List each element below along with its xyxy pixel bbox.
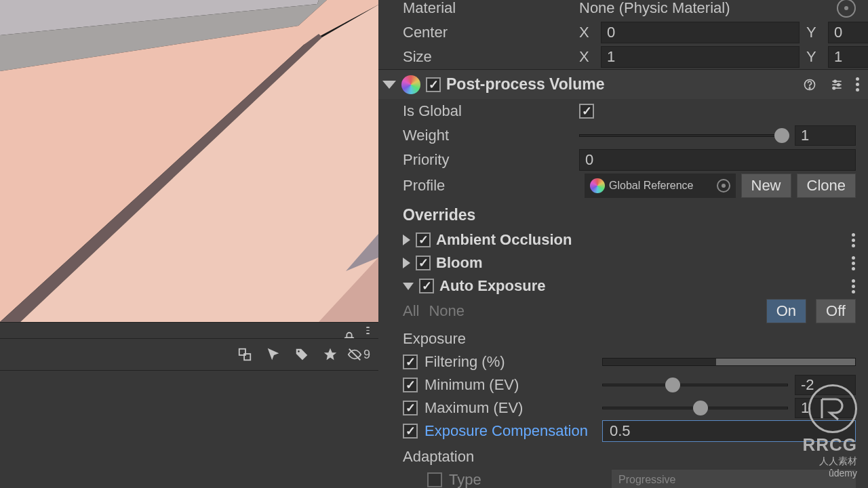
pick-tool-icon[interactable] bbox=[262, 343, 285, 366]
range-fill bbox=[716, 359, 855, 365]
lower-panel bbox=[0, 370, 378, 488]
maximum-slider[interactable] bbox=[602, 407, 788, 409]
profile-label: Profile bbox=[403, 177, 579, 195]
preset-icon[interactable] bbox=[829, 77, 845, 93]
exposure-compensation-row: Exposure Compensation bbox=[378, 420, 868, 443]
override-checkbox[interactable] bbox=[416, 232, 431, 247]
svg-point-17 bbox=[834, 80, 836, 82]
param-checkbox[interactable] bbox=[403, 378, 418, 392]
overrides-heading: Overrides bbox=[378, 199, 868, 228]
panel-header-bar bbox=[0, 322, 378, 338]
center-x-input[interactable] bbox=[601, 22, 800, 43]
adaptation-heading: Adaptation bbox=[378, 443, 868, 468]
none-button[interactable]: None bbox=[429, 302, 465, 320]
star-icon[interactable] bbox=[319, 343, 342, 366]
svg-point-19 bbox=[833, 87, 835, 89]
filtering-range-slider[interactable] bbox=[602, 358, 856, 366]
center-y-input[interactable] bbox=[828, 22, 868, 43]
postprocess-icon bbox=[401, 75, 420, 94]
on-button[interactable]: On bbox=[766, 299, 806, 323]
minimum-value[interactable]: -2 bbox=[795, 375, 856, 395]
is-global-row: Is Global bbox=[378, 99, 868, 123]
scene-panel: 9 bbox=[0, 0, 378, 488]
override-bloom: Bloom bbox=[378, 251, 868, 274]
help-icon[interactable] bbox=[802, 77, 818, 93]
foldout-toggle-icon[interactable] bbox=[382, 81, 396, 89]
override-ambient-occlusion: Ambient Occlusion bbox=[378, 228, 868, 251]
panel-menu-icon[interactable] bbox=[366, 327, 370, 334]
priority-row: Priority bbox=[378, 148, 868, 172]
all-none-row: All None On Off bbox=[378, 298, 868, 325]
minimum-slider[interactable] bbox=[602, 384, 788, 386]
adaptation-type-row: Type Progressive bbox=[378, 468, 868, 488]
object-picker-icon[interactable] bbox=[837, 0, 856, 18]
override-menu-icon[interactable] bbox=[852, 256, 856, 270]
minimum-label: Minimum (EV) bbox=[425, 376, 595, 394]
is-global-label: Is Global bbox=[403, 102, 579, 120]
override-menu-icon[interactable] bbox=[852, 233, 856, 247]
filtering-label: Filtering (%) bbox=[425, 353, 595, 371]
param-checkbox[interactable] bbox=[403, 354, 418, 369]
profile-reference-name: Global Reference bbox=[609, 180, 694, 192]
type-value: Progressive bbox=[618, 474, 675, 486]
center-label: Center bbox=[403, 24, 579, 41]
new-button[interactable]: New bbox=[741, 174, 791, 198]
override-checkbox[interactable] bbox=[419, 279, 434, 293]
profile-asset-icon bbox=[590, 178, 605, 193]
maximum-row: Maximum (EV) 1 bbox=[378, 396, 868, 420]
weight-row: Weight 1 bbox=[378, 123, 868, 148]
component-enable-checkbox[interactable] bbox=[426, 77, 441, 92]
foldout-toggle-icon[interactable] bbox=[403, 283, 414, 290]
param-checkbox[interactable] bbox=[403, 424, 418, 439]
component-menu-icon[interactable] bbox=[856, 77, 860, 92]
axis-x-label: X bbox=[579, 48, 594, 66]
weight-value[interactable]: 1 bbox=[795, 125, 856, 146]
layers-visibility-icon[interactable]: 9 bbox=[347, 343, 370, 366]
size-y-input[interactable] bbox=[828, 46, 868, 68]
center-row: Center X Y Z bbox=[378, 20, 868, 45]
override-label: Auto Exposure bbox=[439, 277, 846, 295]
axis-y-label: Y bbox=[806, 48, 821, 66]
svg-point-13 bbox=[809, 87, 810, 89]
type-dropdown[interactable]: Progressive bbox=[612, 470, 856, 488]
axis-y-label: Y bbox=[806, 24, 821, 41]
off-button[interactable]: Off bbox=[816, 299, 856, 323]
exposure-compensation-input[interactable] bbox=[602, 420, 856, 442]
all-button[interactable]: All bbox=[403, 302, 419, 320]
scene-view[interactable] bbox=[0, 0, 378, 322]
priority-label: Priority bbox=[403, 151, 579, 169]
axis-x-label: X bbox=[579, 24, 594, 41]
tag-icon[interactable] bbox=[290, 343, 313, 366]
component-header: Post-process Volume bbox=[378, 69, 868, 99]
slider-thumb[interactable] bbox=[693, 401, 708, 415]
object-picker-icon[interactable] bbox=[717, 179, 730, 192]
param-checkbox[interactable] bbox=[403, 401, 418, 415]
is-global-checkbox[interactable] bbox=[579, 104, 594, 119]
svg-point-10 bbox=[298, 350, 300, 352]
maximum-label: Maximum (EV) bbox=[425, 399, 595, 417]
size-row: Size X Y Z bbox=[378, 45, 868, 69]
gizmo-overlay-icon[interactable] bbox=[233, 343, 256, 366]
clone-button[interactable]: Clone bbox=[797, 174, 856, 198]
material-value[interactable]: None (Physic Material) bbox=[579, 0, 833, 17]
component-title: Post-process Volume bbox=[446, 75, 796, 94]
weight-slider[interactable] bbox=[579, 134, 787, 137]
priority-input[interactable] bbox=[579, 149, 856, 171]
size-label: Size bbox=[403, 48, 579, 66]
foldout-toggle-icon[interactable] bbox=[403, 258, 410, 268]
profile-reference-field[interactable]: Global Reference bbox=[585, 174, 736, 198]
size-x-input[interactable] bbox=[601, 46, 800, 68]
override-auto-exposure: Auto Exposure bbox=[378, 274, 868, 298]
weight-label: Weight bbox=[403, 127, 579, 144]
type-label: Type bbox=[449, 471, 605, 488]
override-menu-icon[interactable] bbox=[852, 279, 856, 293]
foldout-toggle-icon[interactable] bbox=[403, 235, 410, 245]
slider-thumb[interactable] bbox=[774, 128, 789, 143]
slider-thumb[interactable] bbox=[665, 378, 680, 392]
svg-point-18 bbox=[837, 83, 840, 85]
override-label: Bloom bbox=[436, 254, 846, 272]
maximum-value[interactable]: 1 bbox=[795, 398, 856, 418]
param-checkbox[interactable] bbox=[427, 472, 442, 487]
override-checkbox[interactable] bbox=[416, 256, 431, 270]
material-row: Material None (Physic Material) bbox=[378, 0, 868, 20]
